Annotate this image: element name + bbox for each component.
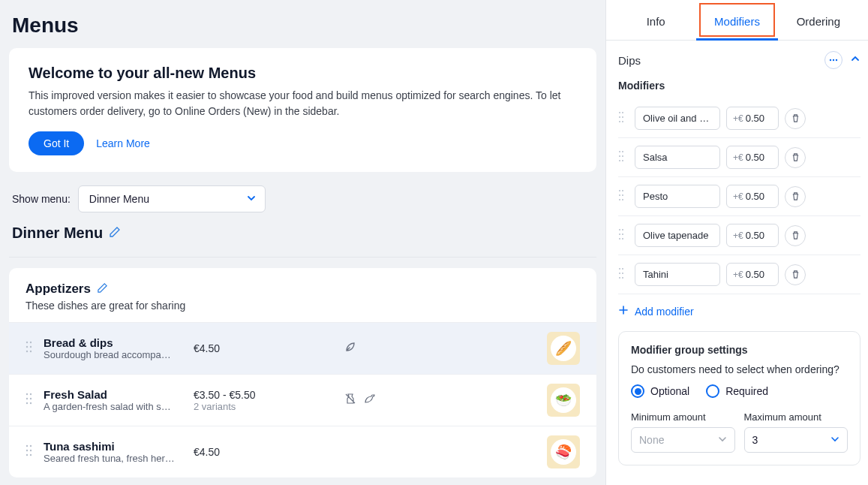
trash-button[interactable] — [785, 147, 806, 168]
min-amount-select[interactable]: None — [631, 427, 735, 453]
svg-point-39 — [619, 229, 620, 230]
svg-point-20 — [836, 59, 837, 61]
svg-point-30 — [622, 155, 623, 157]
dish-row[interactable]: Bread & dips Sourdough bread accompa… €4… — [9, 322, 596, 374]
svg-point-27 — [619, 151, 620, 152]
dish-thumb: 🥗 — [547, 384, 580, 417]
dish-name: Bread & dips — [44, 336, 186, 349]
modifier-settings-box: Modifier group settings Do customers nee… — [618, 331, 860, 465]
dish-row[interactable]: Fresh Salad A garden-fresh salad with s…… — [9, 374, 596, 426]
divider — [9, 257, 596, 258]
dish-row[interactable]: Tuna sashimi Seared fresh tuna, fresh he… — [9, 426, 596, 477]
radio-optional[interactable]: Optional — [631, 384, 689, 398]
drag-handle-icon[interactable] — [618, 189, 629, 204]
plus-icon — [618, 305, 629, 318]
svg-point-12 — [26, 445, 28, 447]
modifier-row: Salsa +€0.50 — [618, 138, 860, 177]
dish-desc: Seared fresh tuna, fresh her… — [44, 453, 182, 464]
modifiers-subheading: Modifiers — [618, 80, 860, 92]
dish-thumb: 🥖 — [547, 332, 580, 365]
radio-required[interactable]: Required — [706, 384, 768, 398]
drag-handle-icon[interactable] — [618, 111, 629, 126]
svg-point-41 — [619, 233, 620, 235]
trash-button[interactable] — [785, 225, 806, 246]
modifier-price-input[interactable]: +€0.50 — [726, 146, 779, 169]
dairy-free-icon — [344, 392, 357, 408]
svg-point-43 — [619, 238, 620, 239]
gotit-button[interactable]: Got It — [29, 131, 84, 155]
svg-point-5 — [30, 351, 32, 352]
svg-point-3 — [30, 346, 32, 348]
tab-ordering[interactable]: Ordering — [778, 0, 859, 40]
tab-info[interactable]: Info — [615, 0, 696, 40]
svg-point-42 — [622, 233, 623, 235]
svg-point-4 — [26, 351, 28, 352]
modifier-price-input[interactable]: +€0.50 — [726, 185, 779, 208]
modifier-price-input[interactable]: +€0.50 — [726, 263, 779, 286]
svg-point-45 — [619, 268, 620, 270]
svg-point-29 — [619, 155, 620, 157]
radio-icon — [631, 384, 644, 398]
svg-point-14 — [26, 450, 28, 451]
svg-point-32 — [622, 160, 623, 161]
drag-handle-icon[interactable] — [618, 150, 629, 165]
drag-handle-icon[interactable] — [26, 444, 36, 460]
dish-name: Fresh Salad — [44, 388, 186, 401]
dish-desc: A garden-fresh salad with s… — [44, 401, 182, 412]
svg-point-19 — [833, 59, 834, 61]
drag-handle-icon[interactable] — [26, 340, 36, 357]
svg-point-0 — [26, 342, 28, 343]
dish-thumb: 🍣 — [547, 435, 580, 468]
drag-handle-icon[interactable] — [26, 392, 36, 408]
showmenu-label: Show menu: — [12, 193, 71, 205]
section-title: Appetizers — [26, 282, 91, 297]
welcome-card: Welcome to your all-new Menus This impro… — [9, 48, 596, 172]
svg-point-36 — [622, 194, 623, 196]
pencil-icon[interactable] — [97, 282, 108, 297]
svg-point-40 — [622, 229, 623, 230]
modifier-name-input[interactable]: Tahini — [635, 263, 720, 286]
chevron-up-icon[interactable] — [850, 53, 860, 67]
svg-point-10 — [26, 402, 28, 404]
tab-modifiers[interactable]: Modifiers — [696, 0, 777, 40]
dish-variants: 2 variants — [194, 401, 336, 412]
settings-question: Do customers need to select when orderin… — [631, 363, 848, 375]
svg-point-2 — [26, 346, 28, 348]
modifier-name-input[interactable]: Pesto — [635, 185, 720, 208]
welcome-desc: This improved version makes it easier to… — [29, 88, 577, 119]
pencil-icon[interactable] — [109, 226, 121, 241]
add-modifier-button[interactable]: Add modifier — [618, 294, 860, 328]
modifier-name-input[interactable]: Olive tapenade — [635, 224, 720, 247]
side-panel: Info Modifiers Ordering Dips Modifiers O… — [605, 0, 868, 485]
svg-point-21 — [619, 112, 620, 113]
modifier-row: Tahini +€0.50 — [618, 255, 860, 294]
chevron-down-icon — [830, 434, 839, 446]
trash-button[interactable] — [785, 108, 806, 129]
svg-point-8 — [26, 398, 28, 399]
min-amount-label: Minimum amount — [631, 411, 735, 423]
trash-button[interactable] — [785, 186, 806, 207]
svg-point-35 — [619, 194, 620, 196]
modifier-price-input[interactable]: +€0.50 — [726, 224, 779, 247]
modifier-group-title: Dips — [618, 54, 641, 67]
modifier-name-input[interactable]: Salsa — [635, 146, 720, 169]
modifier-row: Olive tapenade +€0.50 — [618, 216, 860, 255]
more-button[interactable] — [824, 51, 842, 69]
modifier-name-input[interactable]: Olive oil and Balsamic — [635, 107, 720, 130]
modifier-price-input[interactable]: +€0.50 — [726, 107, 779, 130]
max-amount-value: 3 — [752, 434, 758, 446]
max-amount-label: Maximum amount — [744, 411, 848, 423]
svg-point-33 — [619, 190, 620, 191]
max-amount-select[interactable]: 3 — [744, 427, 848, 453]
svg-point-50 — [622, 277, 623, 279]
learnmore-link[interactable]: Learn More — [96, 137, 150, 149]
menu-select[interactable]: Dinner Menu — [78, 185, 266, 212]
drag-handle-icon[interactable] — [618, 267, 629, 282]
welcome-title: Welcome to your all-new Menus — [29, 65, 577, 82]
svg-point-13 — [30, 445, 32, 447]
drag-handle-icon[interactable] — [618, 228, 629, 243]
trash-button[interactable] — [785, 264, 806, 285]
section-card: Appetizers These dishes are great for sh… — [9, 268, 596, 477]
min-amount-value: None — [639, 434, 664, 446]
svg-point-18 — [830, 59, 831, 61]
